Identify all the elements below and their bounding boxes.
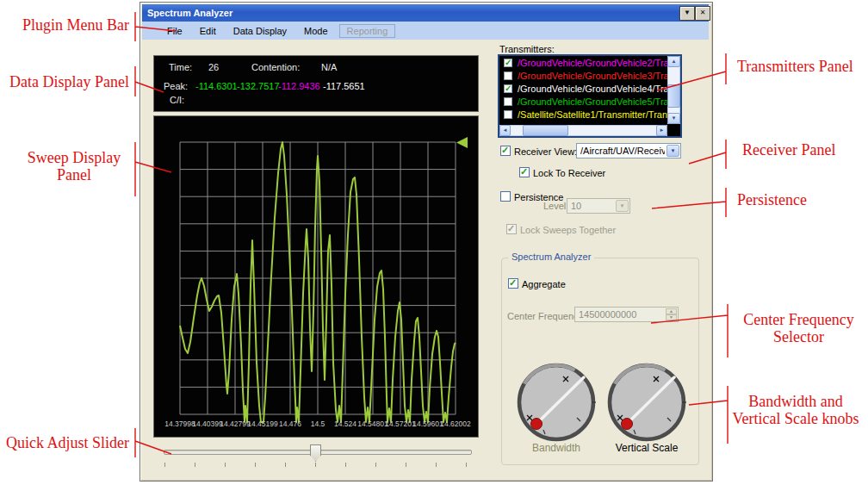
x-axis-label: 14.54801	[357, 420, 388, 428]
x-axis-label: 14.37998	[164, 420, 195, 428]
x-axis-label: 14.42799	[220, 420, 251, 428]
center-frequency-value: 14500000000	[579, 309, 662, 320]
persistence-checkbox[interactable]	[500, 191, 511, 202]
menu-item-data-display[interactable]: Data Display	[227, 24, 293, 38]
peak-value: -114.6301	[195, 81, 238, 91]
window-title: Spectrum Analyzer	[147, 8, 232, 18]
time-label: Time:	[169, 62, 192, 72]
receiver-view-combo[interactable]: /Aircraft/UAV/Receive ▼	[576, 143, 681, 158]
sweep-display-panel: 14.3799814.4039914.4279914.4519914.47614…	[153, 115, 479, 438]
transmitter-checkbox[interactable]	[504, 110, 512, 119]
bandwidth-knob[interactable]	[515, 361, 598, 444]
level-value: 10	[571, 201, 614, 211]
transmitter-row[interactable]: /Satellite/Satellite1/Transmitter/Transm	[499, 109, 667, 121]
scroll-left-icon: ◄	[503, 127, 508, 133]
x-axis-label: 14.476	[279, 420, 301, 428]
ci-label: C/I:	[170, 95, 184, 105]
transmitter-checkbox[interactable]	[504, 84, 512, 93]
menu-item-edit[interactable]: Edit	[194, 24, 222, 38]
receiver-view-checkbox[interactable]	[500, 146, 511, 156]
transmitter-path: /GroundVehicle/GroundVehicle4/Tran	[518, 84, 667, 94]
annotation-quick-adjust-slider: Quick Adjust Slider	[0, 434, 129, 451]
lock-to-receiver-checkbox[interactable]	[519, 167, 530, 177]
knob-red-dot	[531, 419, 542, 430]
transmitter-path: /Satellite/Satellite1/Transmitter/Transm	[518, 109, 667, 120]
peak-value: -112.9436	[278, 81, 320, 91]
transmitter-path: /GroundVehicle/GroundVehicle5/Trans	[518, 96, 667, 107]
transmitter-row[interactable]: /GroundVehicle/GroundVehicle5/Trans	[499, 96, 667, 109]
scroll-down-button[interactable]: ▼	[667, 113, 680, 124]
annotation-persistence: Persistence	[737, 191, 807, 208]
transmitter-row[interactable]: /GroundVehicle/GroundVehicle4/Tran	[499, 83, 667, 96]
transmitter-path: /GroundVehicle/GroundVehicle2/Trans	[518, 58, 667, 68]
menu-item-mode[interactable]: Mode	[298, 24, 334, 38]
aggregate-label: Aggregate	[522, 279, 566, 289]
transmitter-row[interactable]: /GroundVehicle/GroundVehicle2/Trans	[499, 57, 667, 70]
scroll-down-icon: ▼	[672, 115, 677, 121]
x-axis-label: 14.59601	[412, 420, 443, 428]
slider-tick	[255, 463, 256, 467]
time-value: 26	[208, 62, 219, 72]
scroll-up-button[interactable]: ▲	[667, 56, 680, 67]
transmitter-checkbox[interactable]	[504, 97, 512, 106]
slider-tick	[285, 463, 286, 467]
peak-value: -132.7517	[237, 81, 280, 91]
slider-tick	[345, 463, 346, 467]
level-label: Level:	[543, 201, 568, 211]
transmitter-checkbox[interactable]	[504, 71, 512, 80]
aggregate-checkbox[interactable]	[508, 278, 518, 289]
menu-item-reporting: Reporting	[339, 24, 396, 38]
annotation-sweep-display-panel: Sweep DisplayPanel	[13, 149, 135, 183]
slider-tick	[406, 463, 406, 467]
x-axis-label: 14.45199	[247, 420, 278, 428]
annotation-bandwidth-vertical-scale-knobs: Bandwidth andVertical Scale knobs	[723, 393, 868, 427]
spin-down-icon[interactable]: ▼	[666, 314, 677, 320]
menu-item-file[interactable]: File	[161, 24, 189, 38]
scroll-right-button[interactable]: ►	[656, 125, 667, 136]
lock-sweeps-together-label: Lock Sweeps Together	[520, 225, 616, 235]
peak-value: -117.5651	[323, 81, 365, 91]
slider-tick	[315, 463, 316, 467]
scroll-right-icon: ►	[660, 127, 665, 133]
sweep-marker-triangle	[456, 137, 468, 148]
level-combo[interactable]: 10 ▼	[567, 198, 630, 214]
spin-up-icon[interactable]: ▲	[666, 308, 677, 314]
window-menu-button[interactable]: ▼	[679, 6, 695, 21]
annotation-transmitters-panel: Transmitters Panel	[737, 58, 853, 75]
transmitters-vscroll-thumb[interactable]	[667, 84, 680, 108]
scroll-left-button[interactable]: ◄	[499, 125, 511, 136]
x-axis-label: 14.62002	[440, 420, 471, 428]
vertical-scale-knob-label: Vertical Scale	[604, 442, 690, 454]
x-axis-label: 14.40399	[192, 420, 223, 428]
receiver-view-value: /Aircraft/UAV/Receive	[580, 146, 665, 156]
transmitters-hscroll-thumb[interactable]	[523, 125, 568, 136]
slider-tick	[375, 463, 376, 467]
slider-tick	[466, 463, 467, 467]
transmitter-path: /GroundVehicle/GroundVehicle3/Trans	[518, 71, 667, 81]
close-button[interactable]: ✕	[695, 6, 710, 21]
lock-sweeps-together-checkbox[interactable]	[506, 224, 517, 234]
annotation-center-frequency-selector: Center FrequencySelector	[728, 311, 868, 345]
contention-value: N/A	[321, 62, 337, 72]
dropdown-arrow-icon[interactable]: ▼	[666, 145, 679, 157]
title-bar[interactable]: Spectrum Analyzer	[142, 4, 709, 22]
slider-tick	[164, 463, 165, 467]
slider-tick	[225, 463, 226, 467]
annotation-plugin-menu-bar: Plugin Menu Bar	[0, 16, 129, 34]
contention-label: Contention:	[251, 62, 300, 72]
slider-tick	[195, 463, 195, 467]
window-menu-icon: ▼	[684, 9, 691, 16]
center-frequency-field[interactable]: 14500000000	[574, 307, 679, 322]
transmitter-checkbox[interactable]	[504, 59, 512, 67]
transmitter-row[interactable]: /GroundVehicle/GroundVehicle3/Trans	[499, 70, 667, 83]
receiver-view-label: Receiver View:	[514, 146, 577, 157]
transmitters-rows: /GroundVehicle/GroundVehicle2/Trans/Grou…	[499, 56, 667, 124]
sweep-plot: 14.3799814.4039914.4279914.4519914.47614…	[154, 116, 478, 437]
plugin-menu-bar: FileEditData DisplayModeReporting	[142, 22, 709, 40]
x-axis-label: 14.57201	[385, 420, 416, 428]
vertical-scale-knob[interactable]	[605, 361, 688, 444]
knob-red-dot	[622, 419, 633, 430]
annotation-receiver-panel: Receiver Panel	[742, 141, 835, 158]
bandwidth-knob-label: Bandwidth	[517, 442, 596, 454]
spectrum-analyzer-group-title: Spectrum Analyzer	[508, 252, 594, 262]
